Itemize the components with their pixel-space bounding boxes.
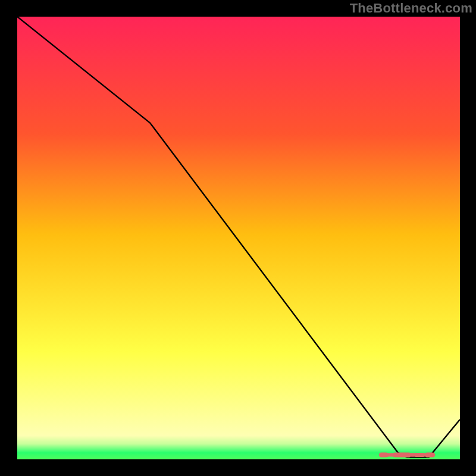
chart-frame: TheBottleneck.com bbox=[0, 0, 476, 476]
plot-background-heat bbox=[17, 17, 460, 436]
bottleneck-chart bbox=[17, 17, 460, 459]
attribution-label: TheBottleneck.com bbox=[350, 1, 472, 16]
